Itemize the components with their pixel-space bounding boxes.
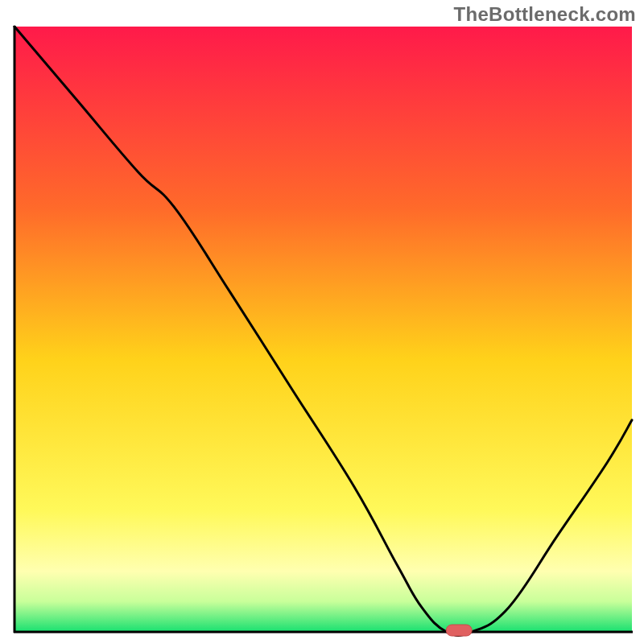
bottleneck-chart <box>0 0 644 644</box>
chart-container: { "watermark": "TheBottleneck.com", "col… <box>0 0 644 644</box>
optimal-marker <box>446 625 472 636</box>
svg-rect-0 <box>14 27 632 632</box>
